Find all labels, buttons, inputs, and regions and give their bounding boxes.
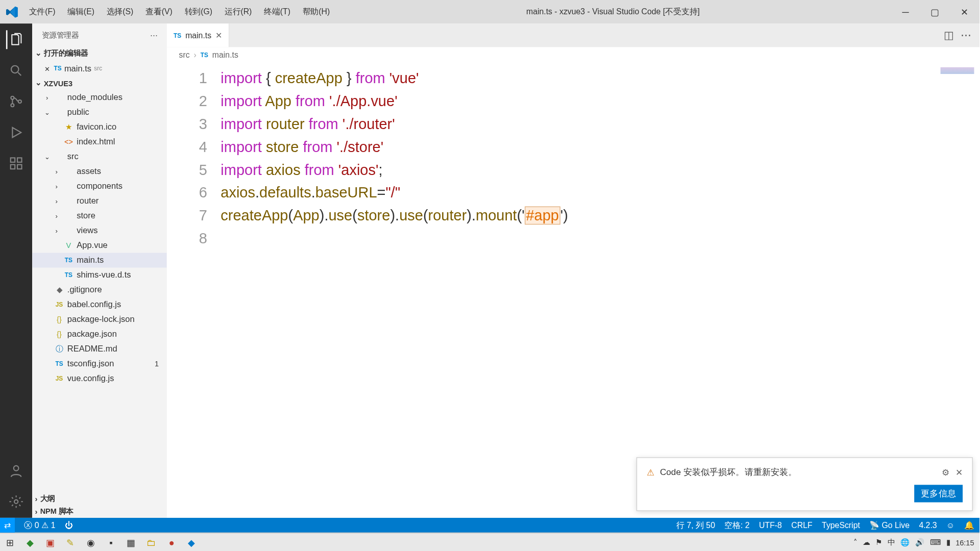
problems-indicator[interactable]: ⓧ 0 ⚠ 1 <box>24 519 55 531</box>
menu-item[interactable]: 转到(G) <box>179 4 218 20</box>
vscode-taskbar-icon[interactable]: ◆ <box>182 533 202 551</box>
code-line[interactable]: 2import App from './App.vue' <box>167 90 979 113</box>
tree-item[interactable]: ›router <box>32 194 167 209</box>
ime-icon[interactable]: 中 <box>888 537 895 547</box>
code-line[interactable]: 1import { createApp } from 'vue' <box>167 67 979 90</box>
menu-item[interactable]: 运行(R) <box>219 4 257 20</box>
project-section[interactable]: ⌄XZVUE3 <box>32 78 167 89</box>
menu-item[interactable]: 编辑(E) <box>62 4 100 20</box>
explorer-icon[interactable] <box>6 30 25 49</box>
menu-item[interactable]: 终端(T) <box>259 4 296 20</box>
tree-item[interactable]: {}package-lock.json <box>32 312 167 327</box>
tree-item[interactable]: ›node_modules <box>32 90 167 105</box>
notification-settings-icon[interactable]: ⚙ <box>942 467 950 477</box>
menu-item[interactable]: 查看(V) <box>140 4 178 20</box>
tree-item[interactable]: ⌄src <box>32 149 167 164</box>
search-icon[interactable] <box>7 61 26 80</box>
tree-item[interactable]: ›assets <box>32 164 167 179</box>
tree-item[interactable]: ›components <box>32 179 167 194</box>
app-icon[interactable]: ▣ <box>40 533 61 551</box>
close-button[interactable]: ✕ <box>950 0 979 23</box>
tree-item[interactable]: TSshims-vue.d.ts <box>32 268 167 283</box>
app-icon[interactable]: ● <box>161 533 182 551</box>
explorer-more-icon[interactable]: ⋯ <box>150 31 157 40</box>
minimize-button[interactable]: ─ <box>891 0 920 23</box>
tree-item[interactable]: {}package.json <box>32 327 167 342</box>
go-live-button[interactable]: 📡 Go Live <box>869 520 910 530</box>
system-tray[interactable]: ˄ ☁ ⚑ 中 🌐 🔊 ⌨ ▮ 16:15 <box>848 537 979 547</box>
network-icon[interactable]: 🌐 <box>900 538 910 546</box>
volume-icon[interactable]: 🔊 <box>915 538 924 546</box>
account-icon[interactable] <box>7 461 26 480</box>
version-status[interactable]: 4.2.3 <box>919 520 937 530</box>
tab-main-ts[interactable]: TS main.ts ✕ <box>167 23 230 47</box>
menu-item[interactable]: 帮助(H) <box>297 4 335 20</box>
ts-file-icon: TS <box>174 32 181 39</box>
file-explorer-icon[interactable]: 🗀 <box>141 533 162 551</box>
tree-item[interactable]: JSvue.config.js <box>32 371 167 386</box>
line-number: 3 <box>167 113 220 136</box>
code-line[interactable]: 6axios.defaults.baseURL="/" <box>167 182 979 205</box>
extensions-icon[interactable] <box>7 154 26 173</box>
tree-item[interactable]: ◆.gitignore <box>32 283 167 297</box>
notification-close-icon[interactable]: ✕ <box>955 467 963 477</box>
chrome-icon[interactable]: ◉ <box>81 533 101 551</box>
app-icon[interactable]: ✎ <box>61 533 81 551</box>
settings-gear-icon[interactable] <box>7 492 26 511</box>
explorer-title: 资源管理器 <box>42 30 79 40</box>
menu-item[interactable]: 选择(S) <box>101 4 139 20</box>
tray-icon[interactable]: ⚑ <box>875 538 882 546</box>
cursor-position[interactable]: 行 7, 列 50 <box>676 519 715 531</box>
remote-indicator[interactable]: ⇄ <box>0 518 15 533</box>
eol-status[interactable]: CRLF <box>791 520 812 530</box>
clock[interactable]: 16:15 <box>955 538 974 546</box>
tree-item[interactable]: ★favicon.ico <box>32 120 167 135</box>
code-line[interactable]: 8 <box>167 227 979 250</box>
split-editor-icon[interactable]: ◫ <box>944 29 954 42</box>
vscode-logo-icon <box>0 6 23 18</box>
breadcrumb[interactable]: src› TS main.ts <box>167 47 979 63</box>
code-line[interactable]: 7createApp(App).use(store).use(router).m… <box>167 205 979 228</box>
tree-item[interactable]: VApp.vue <box>32 238 167 253</box>
code-editor[interactable]: 1import { createApp } from 'vue'2import … <box>167 63 979 518</box>
app-icon[interactable]: ▦ <box>121 533 141 551</box>
tree-item[interactable]: TStsconfig.json1 <box>32 357 167 371</box>
tab-close-icon[interactable]: ✕ <box>215 31 222 40</box>
minimap[interactable] <box>941 67 974 74</box>
run-debug-icon[interactable] <box>7 123 26 142</box>
code-line[interactable]: 5import axios from 'axios'; <box>167 159 979 182</box>
maximize-button[interactable]: ▢ <box>920 0 950 23</box>
app-icon[interactable]: ◆ <box>20 533 41 551</box>
code-line[interactable]: 3import router from './router' <box>167 113 979 136</box>
start-button[interactable]: ⊞ <box>0 533 20 551</box>
battery-icon[interactable]: ▮ <box>946 538 950 546</box>
tree-item[interactable]: ⌄public <box>32 105 167 120</box>
encoding-status[interactable]: UTF-8 <box>759 520 782 530</box>
tree-item[interactable]: ›views <box>32 223 167 238</box>
ports-icon[interactable]: ⏻ <box>65 520 73 530</box>
terminal-icon[interactable]: ▪ <box>101 533 121 551</box>
notification-action-button[interactable]: 更多信息 <box>914 485 963 502</box>
tree-item[interactable]: ›store <box>32 209 167 223</box>
outline-section[interactable]: ›大纲 <box>32 492 167 505</box>
tray-icon[interactable]: ☁ <box>863 538 870 546</box>
code-line[interactable]: 4import store from './store' <box>167 136 979 159</box>
tab-more-icon[interactable]: ⋯ <box>961 29 971 42</box>
source-control-icon[interactable] <box>7 92 26 111</box>
menu-item[interactable]: 文件(F) <box>23 4 61 20</box>
npm-scripts-section[interactable]: ›NPM 脚本 <box>32 505 167 518</box>
notifications-icon[interactable]: 🔔 <box>964 520 974 530</box>
menu-bar: 文件(F)编辑(E)选择(S)查看(V)转到(G)运行(R)终端(T)帮助(H) <box>23 4 335 20</box>
tray-chevron-icon[interactable]: ˄ <box>853 538 857 546</box>
tree-item[interactable]: TSmain.ts <box>32 253 167 268</box>
indent-status[interactable]: 空格: 2 <box>724 519 749 531</box>
tab-label: main.ts <box>185 31 211 40</box>
feedback-icon[interactable]: ☺ <box>946 520 954 530</box>
language-mode[interactable]: TypeScript <box>822 520 860 530</box>
tree-item[interactable]: ⓘREADME.md <box>32 342 167 357</box>
tree-item[interactable]: JSbabel.config.js <box>32 297 167 312</box>
keyboard-icon[interactable]: ⌨ <box>930 538 941 546</box>
open-editor-item[interactable]: ✕ TS main.ts src <box>32 61 167 76</box>
tree-item[interactable]: <>index.html <box>32 135 167 149</box>
open-editors-section[interactable]: ⌄打开的编辑器 <box>32 47 167 60</box>
